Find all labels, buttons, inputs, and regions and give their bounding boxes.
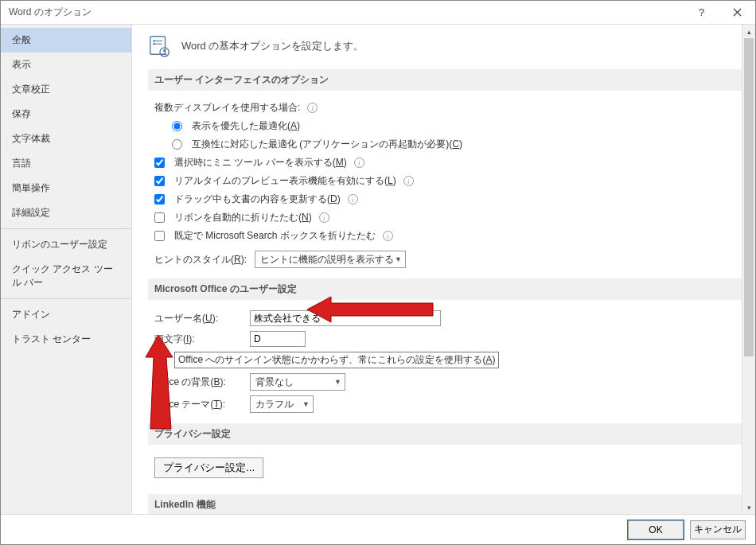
radio-compat-label[interactable]: 互換性に対応した最適化 (アプリケーションの再起動が必要)(C) [192,138,462,151]
info-icon[interactable]: i [403,176,414,186]
help-button[interactable]: ? [684,1,719,25]
ok-button[interactable]: OK [628,520,684,539]
cancel-button[interactable]: キャンセル [690,520,746,539]
info-icon[interactable]: i [348,194,358,204]
section-privacy: プライバシー設定 [148,423,744,445]
sidebar-item-ribbon[interactable]: リボンのユーザー設定 [1,232,131,257]
content-area: Word の基本オプションを設定します。 ユーザー インターフェイスのオプション… [132,25,755,514]
scrollbar[interactable]: ▴ ▾ [742,25,755,514]
username-input[interactable] [250,310,441,326]
initials-input[interactable] [250,331,306,347]
radio-display-priority-label[interactable]: 表示を優先した最適化(A) [192,119,300,133]
chk-drag-update-label[interactable]: ドラッグ中も文書の内容を更新する(D) [174,193,341,206]
section-office-user: Microsoft Office のユーザー設定 [148,278,744,300]
sidebar-item-trust[interactable]: トラスト センター [1,327,131,352]
username-label: ユーザー名(U): [154,312,242,325]
info-icon[interactable]: i [319,212,329,223]
hint-style-label: ヒントのスタイル(R): [154,253,247,267]
office-bg-label: Office の背景(B): [154,376,242,389]
chk-drag-update[interactable] [154,194,165,204]
chk-always-use-label[interactable]: Office へのサインイン状態にかかわらず、常にこれらの設定を使用する(A) [174,352,499,368]
options-icon [148,34,172,58]
privacy-settings-button[interactable]: プライバシー設定... [154,457,263,478]
svg-rect-0 [150,37,166,55]
chk-live-preview[interactable] [154,176,165,186]
scroll-up-button[interactable]: ▴ [742,25,755,38]
office-bg-select[interactable]: 背景なし▼ [250,373,345,391]
multi-display-label: 複数ディスプレイを使用する場合: [154,101,300,115]
sidebar-item-display[interactable]: 表示 [1,53,131,77]
close-button[interactable] [719,1,755,25]
titlebar: Word のオプション ? [1,1,755,25]
chevron-down-icon: ▼ [302,400,310,408]
info-icon[interactable]: i [354,158,364,168]
chk-live-preview-label[interactable]: リアルタイムのプレビュー表示機能を有効にする(L) [174,174,396,188]
sidebar-item-ease[interactable]: 簡単操作 [1,176,131,200]
office-theme-label: Office テーマ(T): [154,398,242,411]
radio-display-priority[interactable] [172,121,182,131]
svg-point-6 [163,49,166,52]
sidebar-item-proofing[interactable]: 文章校正 [1,77,131,102]
chk-always-use[interactable] [154,355,165,365]
sidebar-item-qat[interactable]: クイック アクセス ツール バー [1,257,131,295]
sidebar: 全般 表示 文章校正 保存 文字体裁 言語 簡単操作 詳細設定 リボンのユーザー… [1,25,132,514]
dialog-footer: OK キャンセル [1,514,755,544]
section-ui-options: ユーザー インターフェイスのオプション [148,69,744,91]
chk-collapse-search[interactable] [154,231,165,241]
dialog-title: Word のオプション [9,6,684,19]
office-theme-select[interactable]: カラフル▼ [250,395,314,413]
sidebar-item-addins[interactable]: アドイン [1,302,131,327]
chk-collapse-ribbon-label[interactable]: リボンを自動的に折りたたむ(N) [174,211,312,224]
sidebar-item-language[interactable]: 言語 [1,151,131,176]
sidebar-item-advanced[interactable]: 詳細設定 [1,200,131,225]
sidebar-item-save[interactable]: 保存 [1,102,131,127]
sidebar-item-general[interactable]: 全般 [1,28,131,53]
chk-collapse-search-label[interactable]: 既定で Microsoft Search ボックスを折りたたむ [174,229,376,243]
svg-point-5 [160,48,169,56]
svg-point-4 [153,43,154,45]
scroll-down-button[interactable]: ▾ [742,500,755,514]
hint-style-select[interactable]: ヒントに機能の説明を表示する▼ [255,251,406,268]
info-icon[interactable]: i [383,231,393,241]
info-icon[interactable]: i [307,103,318,113]
svg-point-3 [153,40,154,41]
scroll-thumb[interactable] [744,38,754,356]
sidebar-item-typography[interactable]: 文字体裁 [1,127,131,151]
chk-collapse-ribbon[interactable] [154,212,165,223]
radio-compat[interactable] [172,139,182,150]
header-text: Word の基本オプションを設定します。 [181,39,364,53]
section-linkedin: LinkedIn 機能 [148,494,744,514]
chevron-down-icon: ▼ [395,255,402,263]
chevron-down-icon: ▼ [334,378,341,386]
chk-minibar-label[interactable]: 選択時にミニ ツール バーを表示する(M) [174,156,347,169]
close-icon [733,8,742,17]
chk-minibar[interactable] [154,158,165,168]
initials-label: 頭文字(I): [154,333,242,346]
